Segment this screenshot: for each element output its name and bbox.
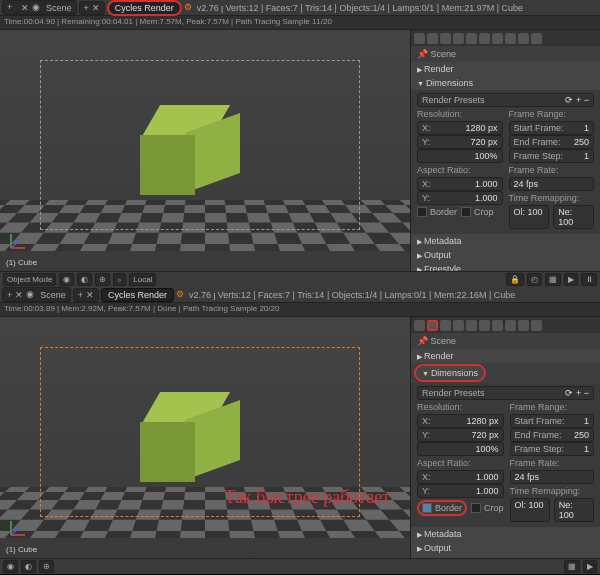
- blender-icon: ⚙: [184, 2, 195, 13]
- crop-checkbox[interactable]: Crop: [471, 500, 504, 516]
- breadcrumb: 📌 Scene: [411, 46, 600, 62]
- dimensions-body: Render Presets⟳ + − Resolution: X:1280 p…: [411, 90, 600, 234]
- shading-mode-rendered[interactable]: ◉: [59, 273, 74, 286]
- panel-metadata[interactable]: Metadata: [411, 527, 600, 541]
- info-header: +✕◉Scene +✕ Cycles Render ⚙ v2.76 | Vert…: [0, 0, 600, 16]
- blender-window-top: +✕◉Scene +✕ Cycles Render ⚙ v2.76 | Vert…: [0, 0, 600, 287]
- resolution-y[interactable]: Y:720 px: [417, 135, 503, 149]
- remap-new[interactable]: Ne: 100: [553, 205, 594, 229]
- crop-checkbox[interactable]: Crop: [461, 207, 494, 217]
- properties-panel: 📌 Scene Render Dimensions Render Presets…: [410, 30, 600, 271]
- properties-tabs[interactable]: [411, 317, 600, 333]
- border-checkbox[interactable]: Border: [417, 207, 457, 217]
- dimensions-body: Render Presets⟳ + − Resolution: X:1280 p…: [411, 383, 600, 527]
- blender-icon: ⚙: [176, 289, 187, 300]
- resolution-x[interactable]: X:1280 px: [417, 121, 503, 135]
- resolution-pct[interactable]: 100%: [417, 149, 503, 163]
- render-presets[interactable]: Render Presets⟳ + −: [417, 386, 594, 400]
- scene-stats: v2.76 | Verts:12 | Faces:7 | Tris:14 | O…: [189, 290, 515, 300]
- render-engine-dropdown[interactable]: Cycles Render: [107, 0, 182, 16]
- cube-object[interactable]: [140, 392, 230, 482]
- object-label: (1) Cube: [6, 545, 37, 554]
- axis-gizmo: [8, 518, 28, 538]
- mode-selector[interactable]: Object Mode: [3, 273, 56, 286]
- annotation-text: Так быстрее работает: [225, 487, 390, 508]
- panel-metadata[interactable]: Metadata: [411, 234, 600, 248]
- panel-dimensions-circled[interactable]: Dimensions: [414, 364, 486, 382]
- panel-dimensions[interactable]: Dimensions: [411, 76, 600, 90]
- orientation[interactable]: Local: [129, 273, 156, 286]
- render-status-bar: Time:00:04.90 | Remaining:00:04.01 | Mem…: [0, 16, 600, 30]
- axis-gizmo: [8, 231, 28, 251]
- scene-icon: ◉: [32, 2, 43, 13]
- panel-output[interactable]: Output: [411, 541, 600, 555]
- render-presets[interactable]: Render Presets⟳ + −: [417, 93, 594, 107]
- panel-render[interactable]: Render: [411, 349, 600, 363]
- panel-render[interactable]: Render: [411, 62, 600, 76]
- properties-tabs[interactable]: [411, 30, 600, 46]
- scene-selector[interactable]: +✕◉Scene: [2, 0, 77, 15]
- panel-output[interactable]: Output: [411, 248, 600, 262]
- info-header: +✕◉Scene +✕ Cycles Render ⚙ v2.76 | Vert…: [0, 287, 600, 303]
- object-label: (1) Cube: [6, 258, 37, 267]
- 3d-viewport[interactable]: (1) Cube: [0, 30, 410, 271]
- render-engine-dropdown[interactable]: Cycles Render: [101, 288, 174, 302]
- aspect-x[interactable]: X:1.000: [417, 177, 503, 191]
- render-status-bar: Time:00:03.89 | Mem:2.92M, Peak:7.57M | …: [0, 303, 600, 317]
- cube-object[interactable]: [140, 105, 230, 195]
- viewport-footer: ◉◐⊕ ▦▶: [0, 558, 600, 574]
- fps[interactable]: 24 fps: [509, 177, 595, 191]
- svg-line-5: [11, 528, 19, 535]
- border-checkbox-checked[interactable]: Border: [417, 500, 467, 516]
- 3d-viewport[interactable]: (1) Cube Так быстрее работает: [0, 317, 410, 558]
- render-tab-circled: [427, 320, 438, 331]
- end-frame[interactable]: End Frame:250: [509, 135, 595, 149]
- panel-freestyle[interactable]: Freestyle: [411, 555, 600, 558]
- frame-step[interactable]: Frame Step:1: [509, 149, 595, 163]
- properties-panel: 📌 Scene Render Dimensions Render Presets…: [410, 317, 600, 558]
- aspect-y[interactable]: Y:1.000: [417, 191, 503, 205]
- layout-selector[interactable]: +✕: [79, 1, 105, 15]
- start-frame[interactable]: Start Frame:1: [509, 121, 595, 135]
- panel-freestyle[interactable]: Freestyle: [411, 262, 600, 271]
- scene-stats: v2.76 | Verts:12 | Faces:7 | Tris:14 | O…: [197, 3, 523, 13]
- breadcrumb: 📌 Scene: [411, 333, 600, 349]
- svg-line-2: [11, 241, 19, 248]
- blender-window-bottom: +✕◉Scene +✕ Cycles Render ⚙ v2.76 | Vert…: [0, 287, 600, 574]
- plus-icon: +: [7, 2, 18, 13]
- render-tab-icon: [414, 33, 425, 44]
- remap-old[interactable]: Ol: 100: [509, 205, 550, 229]
- viewport-footer: Object Mode ◉ ◐⊕⬦ Local 🔒◴▦▶⏸: [0, 271, 600, 287]
